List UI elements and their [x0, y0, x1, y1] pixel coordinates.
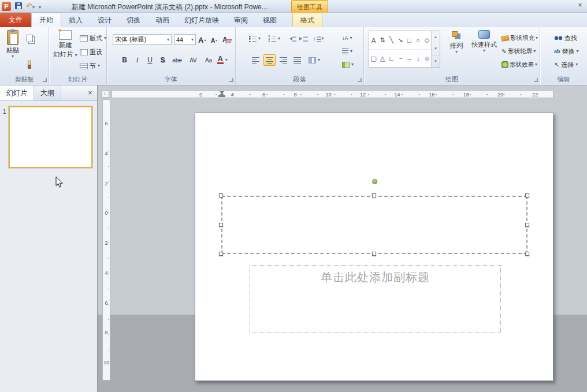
- find-button[interactable]: 查找: [554, 32, 577, 44]
- section-button[interactable]: 节 ▾: [80, 60, 100, 72]
- shape-right-arrow-icon[interactable]: →: [405, 55, 414, 62]
- columns-button[interactable]: ▾: [309, 54, 320, 66]
- convert-to-smartart-button[interactable]: ▾: [342, 59, 354, 70]
- shape-diamond-icon[interactable]: ◇: [422, 36, 431, 44]
- shape-fill-button[interactable]: 形状填充 ▾: [501, 32, 538, 44]
- powerpoint-app-icon[interactable]: P: [2, 2, 11, 11]
- shape-textbox-icon[interactable]: A: [369, 37, 378, 44]
- shape-smiley-icon[interactable]: ☺: [422, 55, 431, 62]
- resize-handle-s[interactable]: [372, 252, 376, 256]
- undo-button[interactable]: ↶▾: [26, 2, 35, 10]
- align-left-button[interactable]: [250, 54, 262, 66]
- shape-rectangle-icon[interactable]: □: [405, 37, 414, 44]
- quick-styles-button[interactable]: 快速样式 ▾: [470, 30, 499, 53]
- new-slide-button[interactable]: 新建 幻灯片 ▾: [52, 30, 79, 58]
- clear-formatting-button[interactable]: A: [222, 34, 228, 46]
- strikethrough-button[interactable]: abe: [169, 54, 185, 66]
- gallery-more-button[interactable]: ▾: [432, 55, 440, 67]
- increase-indent-button[interactable]: [299, 33, 308, 44]
- tab-transitions[interactable]: 切换: [119, 13, 148, 27]
- font-color-icon: A: [217, 56, 224, 64]
- shape-arrow-icon[interactable]: ↘: [396, 36, 404, 44]
- clipboard-dialog-launcher-icon[interactable]: [43, 78, 47, 82]
- panel-tab-slides[interactable]: 幻灯片: [0, 85, 34, 100]
- change-case-button[interactable]: Aa: [202, 54, 216, 66]
- tab-insert[interactable]: 插入: [61, 13, 90, 27]
- justify-button[interactable]: [291, 54, 303, 66]
- shape-rounded-rectangle-icon[interactable]: ▢: [369, 55, 378, 62]
- shape-triangle-icon[interactable]: △: [378, 55, 387, 62]
- format-painter-button[interactable]: [28, 61, 31, 69]
- replace-button[interactable]: ab 替换 ▾: [554, 46, 579, 57]
- underline-button[interactable]: U: [144, 54, 156, 66]
- tab-animations[interactable]: 动画: [148, 13, 177, 27]
- undo-caret-icon: ▾: [32, 5, 35, 10]
- shape-outline-button[interactable]: ✎ 形状轮廓 ▾: [501, 46, 536, 57]
- title-placeholder[interactable]: [221, 196, 527, 254]
- bold-button[interactable]: B: [118, 54, 131, 66]
- qat-customize-button[interactable]: ▾: [39, 2, 41, 10]
- line-spacing-button[interactable]: ↕ ▾: [313, 33, 324, 44]
- shrink-font-button[interactable]: A ▾: [211, 35, 217, 46]
- font-name-combo[interactable]: 宋体 (标题) ▾: [113, 34, 172, 45]
- bullets-button[interactable]: ▾: [248, 33, 261, 44]
- resize-handle-e[interactable]: [525, 223, 529, 227]
- font-color-button[interactable]: A ▾: [217, 54, 228, 66]
- tab-review[interactable]: 审阅: [226, 13, 255, 27]
- save-button[interactable]: [15, 2, 22, 11]
- numbering-button[interactable]: ▾: [268, 33, 280, 44]
- slide-thumbnail[interactable]: [9, 106, 92, 168]
- resize-handle-w[interactable]: [219, 223, 223, 227]
- resize-handle-se[interactable]: [525, 252, 529, 256]
- subtitle-placeholder[interactable]: 单击此处添加副标题: [250, 265, 501, 333]
- tab-view[interactable]: 视图: [255, 13, 284, 27]
- layout-button[interactable]: 版式 ▾: [80, 32, 106, 44]
- resize-handle-sw[interactable]: [219, 252, 223, 256]
- font-dialog-launcher-icon[interactable]: [229, 78, 233, 82]
- decrease-indent-button[interactable]: [288, 33, 296, 44]
- select-button[interactable]: ↖ 选择 ▾: [554, 59, 578, 70]
- shape-effects-button[interactable]: 形状效果 ▾: [501, 59, 537, 70]
- paragraph-dialog-launcher-icon[interactable]: [358, 78, 362, 82]
- vertical-ruler[interactable]: 6 4 2 0 2 4 6 8 10: [102, 99, 110, 380]
- tab-format[interactable]: 格式: [292, 13, 322, 27]
- ruler-number: 8: [294, 92, 297, 98]
- text-direction-button[interactable]: ↕A ▾: [342, 32, 352, 44]
- left-indent-marker[interactable]: [218, 95, 225, 97]
- align-text-button[interactable]: ▾: [342, 46, 352, 57]
- shape-vertical-textbox-icon[interactable]: ⇅: [378, 36, 387, 44]
- tab-design[interactable]: 设计: [90, 13, 119, 27]
- align-right-button[interactable]: [277, 54, 289, 66]
- grow-font-button[interactable]: A ▴: [198, 34, 206, 46]
- shape-curve-icon[interactable]: ~: [396, 55, 404, 62]
- resize-handle-n[interactable]: [372, 193, 376, 197]
- window-close-button[interactable]: ×: [575, 1, 585, 9]
- resize-handle-nw[interactable]: [219, 193, 223, 197]
- window-title: 新建 Microsoft PowerPoint 演示文稿 (2).pptx - …: [72, 2, 268, 12]
- character-spacing-button[interactable]: AV: [186, 54, 200, 66]
- shape-right-angle-icon[interactable]: ∟: [387, 55, 396, 62]
- tab-slideshow[interactable]: 幻灯片放映: [177, 13, 226, 27]
- copy-button[interactable]: [27, 35, 33, 42]
- drawing-dialog-launcher-icon[interactable]: [534, 78, 538, 82]
- tab-home[interactable]: 开始: [31, 13, 61, 27]
- paste-button[interactable]: 粘贴 ▾: [2, 30, 23, 59]
- shape-oval-icon[interactable]: ○: [414, 37, 422, 44]
- italic-button[interactable]: I: [131, 54, 143, 66]
- align-center-button[interactable]: [263, 54, 276, 66]
- gallery-scroll-up-button[interactable]: ▴: [432, 31, 440, 43]
- horizontal-ruler[interactable]: 2 4 6 8 10 12 14 16 18 20 22: [112, 90, 553, 98]
- gallery-scroll-down-button[interactable]: ▾: [432, 43, 440, 54]
- font-size-combo[interactable]: 44 ▾: [174, 34, 196, 45]
- arrange-button[interactable]: 排列 ▾: [445, 30, 468, 54]
- panel-close-button[interactable]: ×: [83, 85, 97, 100]
- text-shadow-button[interactable]: S: [157, 54, 169, 66]
- panel-tab-outline[interactable]: 大纲: [34, 85, 61, 100]
- resize-handle-ne[interactable]: [525, 193, 529, 197]
- reset-button[interactable]: 重设: [80, 46, 102, 58]
- shape-down-arrow-icon[interactable]: ↓: [414, 55, 422, 62]
- slides-group-label: 幻灯片: [49, 75, 106, 84]
- tab-file[interactable]: 文件: [0, 13, 31, 27]
- shape-line-icon[interactable]: ╲: [387, 36, 396, 44]
- rotation-handle[interactable]: [372, 179, 377, 184]
